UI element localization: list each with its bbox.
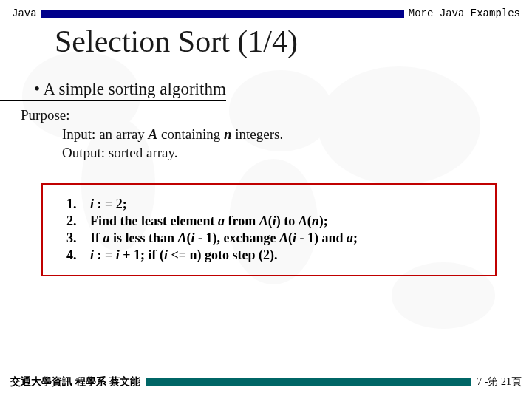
purpose-output: Output: sorted array. <box>21 143 532 163</box>
slide-title: Selection Sort (1/4) <box>0 19 532 64</box>
algorithm-step: 3.If a is less than A(i - 1), exchange A… <box>52 231 486 246</box>
algorithm-step: 1.i : = 2; <box>52 197 486 212</box>
header-left-text: Java <box>12 7 37 19</box>
algorithm-step-text: i : = i + 1; if (i <= n) goto step (2). <box>90 248 486 263</box>
purpose-block: Purpose: Input: an array A containing n … <box>0 101 532 163</box>
footer-bar <box>146 378 471 386</box>
purpose-input: Input: an array A containing n integers. <box>21 125 532 144</box>
footer-right-text: 7 -第 21頁 <box>477 375 522 389</box>
algorithm-step: 4. i : = i + 1; if (i <= n) goto step (2… <box>52 248 486 263</box>
slide-header: Java More Java Examples <box>0 0 532 19</box>
header-right-text: More Java Examples <box>409 7 520 19</box>
algorithm-step-number: 2. <box>52 214 90 229</box>
algorithm-step-text: i : = 2; <box>90 197 486 212</box>
algorithm-step-text: Find the least element a from A(i) to A(… <box>90 214 486 229</box>
algorithm-step-number: 4. <box>52 248 90 263</box>
algorithm-step-text: If a is less than A(i - 1), exchange A(i… <box>90 231 486 246</box>
purpose-input-n: n <box>224 126 232 142</box>
algorithm-step-number: 3. <box>52 231 90 246</box>
header-bar <box>41 10 404 18</box>
purpose-input-A: A <box>149 126 158 142</box>
purpose-input-prefix: Input: an array <box>62 126 149 142</box>
algorithm-step-number: 1. <box>52 197 90 212</box>
algorithm-step: 2.Find the least element a from A(i) to … <box>52 214 486 229</box>
algorithm-box: 1.i : = 2;2.Find the least element a fro… <box>41 183 497 276</box>
bullet-item: • A simple sorting algorithm <box>0 64 226 101</box>
purpose-input-suffix: integers. <box>232 126 284 142</box>
slide-footer: 交通大學資訊 程學系 蔡文能 7 -第 21頁 <box>0 375 532 389</box>
purpose-input-mid: containing <box>157 126 224 142</box>
purpose-label: Purpose: <box>21 106 532 125</box>
footer-left-text: 交通大學資訊 程學系 蔡文能 <box>10 375 140 389</box>
